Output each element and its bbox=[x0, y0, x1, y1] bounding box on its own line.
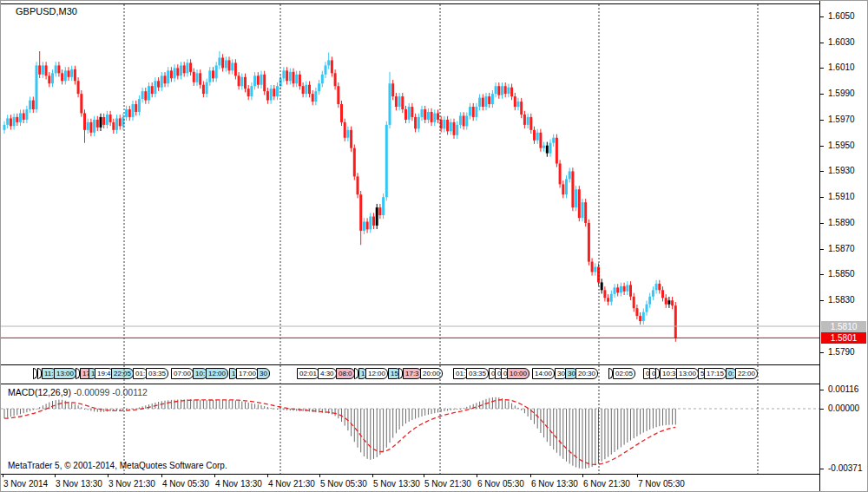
candle-body bbox=[539, 133, 542, 148]
trade-flag-tag[interactable]: 14:00 bbox=[532, 368, 555, 379]
candle-body bbox=[115, 118, 118, 129]
macd-histogram-bar bbox=[248, 403, 249, 409]
macd-histogram-bar bbox=[30, 409, 30, 411]
candle-body bbox=[32, 101, 35, 109]
candle-body bbox=[552, 138, 555, 143]
trade-flag-tag[interactable]: 17:00 bbox=[236, 368, 259, 379]
macd-histogram-bar bbox=[88, 409, 89, 410]
candle-body bbox=[491, 94, 494, 104]
macd-histogram-bar bbox=[71, 403, 72, 409]
macd-histogram-bar bbox=[675, 409, 676, 424]
price-tick-label: 1.5990 bbox=[828, 89, 855, 98]
candle-body bbox=[334, 73, 337, 86]
candle-body bbox=[100, 117, 102, 128]
trade-flag-tag[interactable]: 20:30 bbox=[575, 368, 598, 379]
trade-flag-tag[interactable]: 08:0 bbox=[336, 368, 355, 379]
price-tick-mark bbox=[820, 146, 824, 147]
trade-flag-tag[interactable]: 07:00 bbox=[171, 368, 194, 379]
time-tick-mark bbox=[214, 475, 215, 477]
price-tick-mark bbox=[820, 249, 824, 250]
macd-histogram-bar bbox=[49, 403, 49, 409]
candle-body bbox=[238, 75, 240, 86]
time-tick-mark bbox=[108, 475, 108, 477]
trade-flag-tag[interactable]: 17:3 bbox=[403, 368, 422, 379]
candle-body bbox=[475, 107, 477, 117]
macd-histogram-bar bbox=[617, 409, 618, 449]
macd-histogram-bar bbox=[335, 409, 336, 416]
trade-flag-tag[interactable]: 03:35 bbox=[146, 368, 168, 379]
trade-flag-tag[interactable]: 13:00 bbox=[54, 368, 76, 379]
trade-flag-tag[interactable]: 22:05 bbox=[111, 368, 134, 379]
macd-histogram-bar bbox=[572, 409, 573, 466]
trade-flag-tag[interactable]: 02:01 bbox=[297, 368, 319, 379]
macd-histogram-bar bbox=[447, 409, 448, 410]
candle-body bbox=[318, 83, 320, 91]
time-tick-mark bbox=[319, 475, 320, 477]
macd-tick-mark bbox=[820, 469, 824, 469]
candle-body bbox=[119, 118, 122, 126]
trade-flag-tag[interactable]: 10:00 bbox=[507, 368, 529, 379]
candle-body bbox=[132, 104, 135, 117]
macd-histogram-bar bbox=[345, 409, 345, 426]
macd-histogram-bar bbox=[200, 400, 201, 409]
candle-body bbox=[482, 98, 484, 107]
macd-histogram-bar bbox=[158, 402, 159, 409]
trade-flag-tag[interactable]: 4:30 bbox=[318, 368, 337, 379]
candle-body bbox=[57, 65, 60, 73]
macd-histogram-bar bbox=[78, 405, 79, 409]
time-tick-mark bbox=[477, 475, 477, 477]
macd-histogram-bar bbox=[483, 400, 483, 409]
price-tick-mark bbox=[820, 68, 824, 69]
macd-histogram-bar bbox=[460, 409, 461, 410]
macd-histogram-bar bbox=[540, 409, 541, 433]
trade-flag-tag[interactable]: 02:05 bbox=[613, 368, 635, 379]
candle-body bbox=[588, 223, 590, 262]
candle-body bbox=[529, 117, 532, 130]
candle-body bbox=[282, 70, 285, 78]
candle-body bbox=[77, 81, 80, 94]
candle-body bbox=[497, 86, 500, 95]
price-tick-mark bbox=[820, 43, 824, 43]
candle-body bbox=[401, 96, 404, 109]
candle-body bbox=[575, 189, 577, 207]
candle-body bbox=[427, 112, 430, 120]
trade-flag-tag[interactable]: 17:15 bbox=[704, 368, 727, 379]
trade-flag-tag[interactable]: 22:00 bbox=[735, 368, 758, 379]
trade-history-ribbon[interactable]: 11:13:0017119:422:0501:03:3507:0010:12:0… bbox=[1, 365, 819, 384]
macd-histogram-bar bbox=[245, 402, 246, 409]
macd-histogram-bar bbox=[424, 409, 425, 416]
candle-body bbox=[29, 101, 31, 109]
macd-tick-mark bbox=[820, 390, 824, 390]
candle-body bbox=[36, 65, 38, 109]
candle-body bbox=[302, 86, 305, 94]
candlestick-chart-pane[interactable] bbox=[1, 1, 819, 364]
candle-body bbox=[167, 70, 169, 83]
trade-flag-tag[interactable]: 20:00 bbox=[420, 368, 443, 379]
price-axis[interactable]: 1.60501.60301.60101.59901.59701.59501.59… bbox=[820, 1, 868, 492]
macd-histogram-bar bbox=[399, 409, 400, 430]
candle-body bbox=[293, 72, 295, 83]
macd-histogram-bar bbox=[338, 409, 339, 418]
candle-body bbox=[594, 267, 596, 272]
macd-histogram-bar bbox=[273, 409, 274, 410]
macd-histogram-bar bbox=[411, 409, 412, 420]
candle-body bbox=[6, 118, 9, 124]
candle-body bbox=[38, 65, 41, 74]
trade-flag-tag[interactable]: 12:00 bbox=[206, 368, 228, 379]
trade-flag-tag[interactable]: 30 bbox=[257, 368, 270, 379]
trade-flag-tag[interactable]: 12:00 bbox=[365, 368, 388, 379]
trade-flag-tag[interactable]: 13:00 bbox=[676, 368, 699, 379]
candle-body bbox=[321, 75, 324, 83]
candle-body bbox=[357, 176, 359, 194]
price-tick-mark bbox=[820, 197, 824, 198]
macd-histogram-bar bbox=[569, 409, 570, 463]
price-tick-mark bbox=[820, 223, 824, 224]
macd-histogram-bar bbox=[65, 401, 66, 409]
candle-body bbox=[299, 75, 301, 86]
macd-histogram-bar bbox=[315, 409, 316, 412]
trade-flag-tag[interactable]: 03:35 bbox=[466, 368, 489, 379]
candle-body bbox=[527, 117, 529, 125]
time-axis[interactable]: 3 Nov 20143 Nov 13:303 Nov 21:304 Nov 05… bbox=[1, 475, 819, 492]
macd-histogram-bar bbox=[511, 403, 512, 409]
macd-histogram-bar bbox=[229, 400, 230, 409]
